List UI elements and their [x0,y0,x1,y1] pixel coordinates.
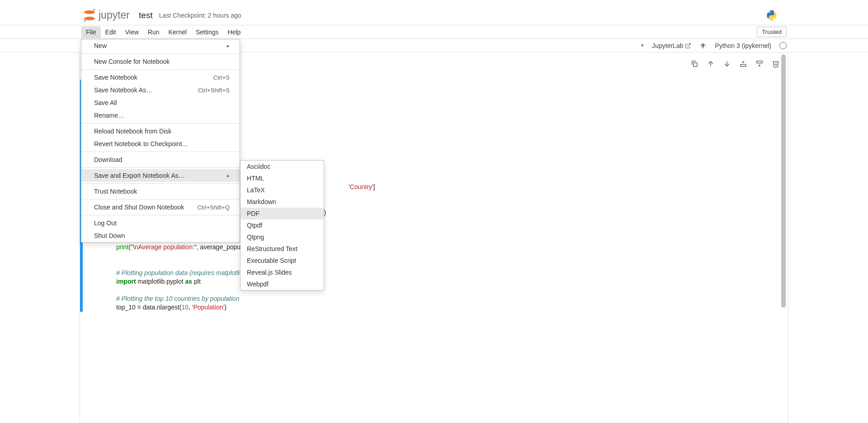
menu-view[interactable]: View [121,26,143,38]
export-markdown[interactable]: Markdown [241,196,324,208]
menu-revert[interactable]: Revert Notebook to Checkpoint… [81,138,240,150]
export-latex[interactable]: LaTeX [241,184,324,196]
notebook-title[interactable]: test [139,10,153,20]
export-asciidoc[interactable]: Asciidoc [241,161,324,172]
cell-toolbar [690,60,780,68]
menu-help[interactable]: Help [223,26,245,38]
export-webpdf[interactable]: Webpdf [241,278,324,290]
export-submenu: Asciidoc HTML LaTeX Markdown PDF Qtpdf Q… [240,160,324,290]
scrollbar-thumb[interactable] [781,54,786,308]
export-rst[interactable]: ReStructured Text [241,243,324,255]
menu-rename[interactable]: Rename… [81,109,240,122]
jupyterlab-link[interactable]: JupyterLab [652,42,691,49]
export-reveal[interactable]: Reveal.js Slides [241,266,324,278]
menu-run[interactable]: Run [143,26,164,38]
svg-rect-2 [693,63,697,67]
scrollbar[interactable] [780,54,787,416]
trusted-badge[interactable]: Trusted [757,27,787,37]
delete-icon[interactable] [772,60,780,68]
menu-export[interactable]: Save and Export Notebook As…▸ [81,169,240,182]
export-pdf[interactable]: PDF [241,208,324,219]
move-down-icon[interactable] [723,60,731,68]
menu-edit[interactable]: Edit [101,26,121,38]
menu-close[interactable]: Close and Shut Down NotebookCtrl+Shift+Q [81,201,240,214]
menu-download[interactable]: Download [81,153,240,166]
svg-rect-8 [757,61,762,63]
svg-rect-5 [741,65,746,67]
menubar: File Edit View Run Kernel Settings Help … [0,25,868,39]
export-html[interactable]: HTML [241,172,324,184]
move-up-icon[interactable] [707,60,715,68]
checkpoint-label: Last Checkpoint: 2 hours ago [159,12,241,19]
jupyter-text: jupyter [99,9,130,21]
menu-shutdown[interactable]: Shut Down [81,229,240,242]
debugger-icon[interactable] [699,42,707,49]
menu-file[interactable]: File [81,26,101,38]
header: jupyter test Last Checkpoint: 2 hours ag… [0,5,868,25]
menu-kernel[interactable]: Kernel [164,26,191,38]
duplicate-icon[interactable] [690,60,698,68]
kernel-name[interactable]: Python 3 (ipykernel) [715,42,771,49]
export-script[interactable]: Executable Script [241,255,324,266]
menu-settings[interactable]: Settings [191,26,223,38]
menu-save-as[interactable]: Save Notebook As…Ctrl+Shift+S [81,84,240,96]
menu-trust[interactable]: Trust Notebook [81,185,240,198]
export-qtpng[interactable]: Qtpng [241,231,324,243]
python-logo-icon [766,10,778,21]
jupyterlab-label: JupyterLab [652,42,683,49]
kernel-status-icon[interactable] [779,42,787,49]
menu-logout[interactable]: Log Out [81,217,240,229]
jupyter-logo[interactable]: jupyter [83,9,130,22]
svg-point-1 [702,45,704,47]
export-qtpdf[interactable]: Qtpdf [241,219,324,231]
external-link-icon [685,43,691,49]
menu-save-all[interactable]: Save All [81,96,240,109]
notebook-toolbar-chevron-icon[interactable]: ▾ [641,43,644,48]
insert-above-icon[interactable] [739,60,747,68]
menu-new-console[interactable]: New Console for Notebook [81,55,240,68]
svg-line-0 [688,43,690,46]
insert-below-icon[interactable] [755,60,764,68]
menu-save[interactable]: Save NotebookCtrl+S [81,71,240,84]
menu-new[interactable]: New▸ [81,39,240,52]
file-dropdown: New▸ New Console for Notebook Save Noteb… [81,39,240,242]
menu-reload[interactable]: Reload Notebook from Disk [81,125,240,138]
